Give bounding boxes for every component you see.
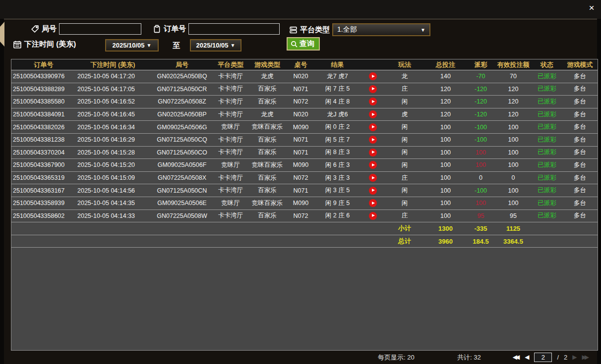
cell-status: 已派彩 <box>532 148 562 156</box>
cell-game-no: GN07225A0508W <box>150 212 214 219</box>
cell-total-bet: 100 <box>424 124 467 131</box>
cell-order-no: 251005043367900 <box>11 161 76 168</box>
cell-result: 闲 2 庄 6 <box>314 211 361 220</box>
play-icon[interactable] <box>369 187 377 195</box>
chevron-down-icon: ▼ <box>421 27 425 33</box>
play-cell <box>361 123 385 131</box>
play-icon[interactable] <box>369 136 377 144</box>
cell-total-bet: 100 <box>424 149 467 156</box>
cell-mode: 多台 <box>562 161 598 169</box>
cell-bet-time: 2025-10-05 04:14:33 <box>76 212 150 219</box>
server-stack-icon <box>289 26 298 34</box>
records-table: 订单号下注时间 (美东)局号平台类型游戏类型桌号结果玩法总投注派彩有效投注额状态… <box>11 59 598 351</box>
column-header: 游戏类型 <box>247 60 288 69</box>
game-no-field: 局号 <box>31 23 141 35</box>
cell-table-no: N020 <box>288 111 314 118</box>
prev-page-icon[interactable]: ◀ <box>525 352 529 362</box>
cell-valid-bet: 120 <box>495 111 532 118</box>
last-page-icon[interactable]: ▶▶ <box>582 352 589 362</box>
page-number-input[interactable]: 2 <box>534 353 552 362</box>
cell-order-no: 251005043365319 <box>11 174 76 181</box>
cell-game-type: 竞咪百家乐 <box>247 199 288 208</box>
order-no-label: 订单号 <box>164 24 186 34</box>
play-icon[interactable] <box>369 212 377 220</box>
column-header: 桌号 <box>288 60 314 69</box>
platform-type-select[interactable]: 1.全部 ▼ <box>332 23 430 36</box>
cell-payout: -120 <box>467 98 495 105</box>
cell-status: 已派彩 <box>532 123 562 131</box>
cell-game-no: GM09025A0506G <box>150 124 214 131</box>
platform-type-label: 平台类型 <box>300 25 330 35</box>
cell-game-type: 百家乐 <box>247 211 288 220</box>
total-row: 总计3960184.53364.5 <box>11 235 598 248</box>
play-cell <box>361 136 385 144</box>
cell-table-no: N071 <box>288 149 314 156</box>
cell-game-no: GN07125A050CQ <box>150 136 214 143</box>
cell-table-no: N020 <box>288 73 314 80</box>
cell-mode: 多台 <box>562 136 598 144</box>
first-page-icon[interactable]: ◀◀ <box>513 352 520 362</box>
play-icon[interactable] <box>369 149 377 156</box>
cell-game-type: 百家乐 <box>247 98 288 106</box>
cell-result: 闲 3 庄 3 <box>314 174 361 182</box>
cell-bet-time: 2025-10-05 04:15:09 <box>76 174 150 181</box>
cell-game-type: 竞咪百家乐 <box>247 123 288 131</box>
play-icon[interactable] <box>369 199 377 207</box>
cell-bet-time: 2025-10-05 04:17:05 <box>76 86 150 93</box>
pager: ◀◀ ◀ 2 / 2 ▶ ▶▶ <box>513 352 589 362</box>
cell-payout: 100 <box>467 200 495 207</box>
query-button[interactable]: 查询 <box>287 37 320 51</box>
cell-bet-time: 2025-10-05 04:14:35 <box>76 200 150 207</box>
cell-bet-on: 庄 <box>385 211 424 220</box>
bet-time-field: 下注时间 (美东) <box>13 40 76 49</box>
cell-platform: 卡卡湾厅 <box>214 148 247 156</box>
chevron-down-icon: ▼ <box>147 43 152 48</box>
cell-payout: 0 <box>467 174 495 181</box>
column-header: 平台类型 <box>214 60 247 69</box>
summary-valid-bet: 3364.5 <box>495 238 532 245</box>
game-no-input[interactable] <box>59 23 141 35</box>
cell-game-no: GN07125A050CO <box>150 149 214 156</box>
table-row: 2510050433702042025-10-05 04:15:28GN0712… <box>11 147 598 159</box>
cell-table-no: M090 <box>288 161 314 168</box>
cell-bet-time: 2025-10-05 04:15:28 <box>76 149 150 156</box>
calendar-icon <box>13 40 22 49</box>
cell-total-bet: 100 <box>424 200 467 207</box>
cell-mode: 多台 <box>562 110 598 119</box>
table-row: 2510050433631672025-10-05 04:14:56GN0712… <box>11 184 598 197</box>
play-icon[interactable] <box>369 161 377 169</box>
play-icon[interactable] <box>369 110 377 118</box>
cell-order-no: 251005043358939 <box>11 200 76 207</box>
next-page-icon[interactable]: ▶ <box>572 352 577 362</box>
cell-result: 闲 8 庄 3 <box>314 148 361 156</box>
order-no-input[interactable] <box>188 23 280 35</box>
cell-payout: -100 <box>467 136 495 143</box>
cell-game-no: GN07225A0508Z <box>150 98 214 105</box>
cell-game-no: GM09025A0506F <box>150 161 214 168</box>
column-header: 总投注 <box>424 60 467 69</box>
column-header: 状态 <box>532 60 562 69</box>
play-icon[interactable] <box>369 174 377 182</box>
cell-table-no: N071 <box>288 86 314 93</box>
column-header: 游戏模式 <box>562 60 598 69</box>
cell-order-no: 251005043390976 <box>11 73 76 80</box>
cell-payout: -100 <box>467 187 495 194</box>
play-icon[interactable] <box>369 98 377 105</box>
cell-status: 已派彩 <box>532 186 562 195</box>
cell-game-no: GN02025A050BQ <box>150 73 214 80</box>
date-to-select[interactable]: 2025/10/05 ▼ <box>190 39 241 52</box>
play-icon[interactable] <box>369 85 377 93</box>
cell-bet-time: 2025-10-05 04:16:34 <box>76 124 150 131</box>
cell-status: 已派彩 <box>532 174 562 182</box>
play-icon[interactable] <box>369 123 377 131</box>
close-button[interactable]: × <box>585 1 598 14</box>
play-icon[interactable] <box>369 72 377 80</box>
date-from-select[interactable]: 2025/10/05 ▼ <box>105 39 159 52</box>
column-header: 局号 <box>150 60 214 69</box>
cell-game-no: GM09025A0506E <box>150 200 214 207</box>
cell-platform: 竞咪厅 <box>214 161 247 169</box>
cell-bet-time: 2025-10-05 04:15:20 <box>76 161 150 168</box>
pagination-footer: 每页显示: 20 共计: 32 ◀◀ ◀ 2 / 2 ▶ ▶▶ <box>11 352 590 363</box>
cell-mode: 多台 <box>562 199 598 208</box>
cell-mode: 多台 <box>562 186 598 195</box>
